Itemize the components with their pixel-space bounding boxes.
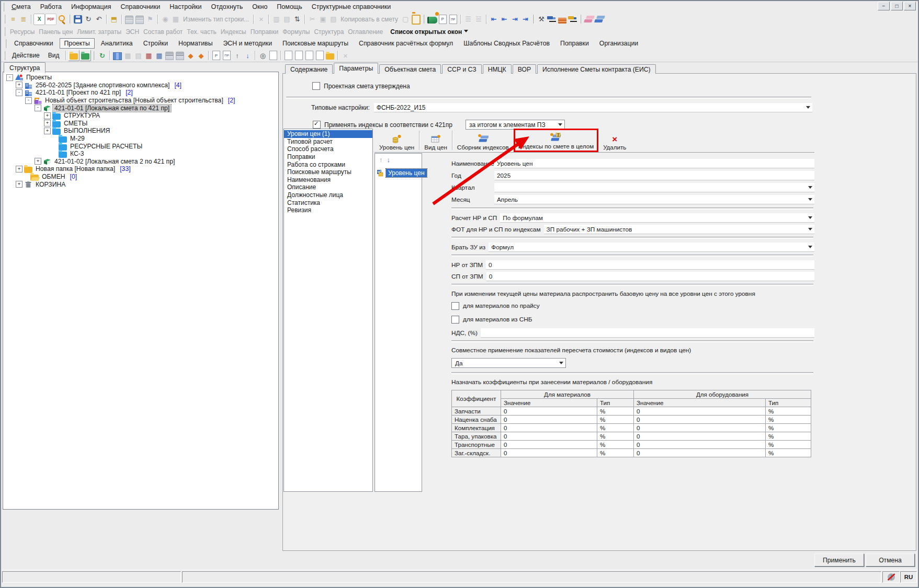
page-pr-icon[interactable]: ПР xyxy=(223,51,231,60)
toolbar-grip[interactable] xyxy=(4,15,6,24)
tab-poiskovye-marshruty[interactable]: Поисковые маршруты xyxy=(278,39,353,48)
folder-add-icon[interactable] xyxy=(326,53,334,60)
section-sposob-rascheta[interactable]: Способ расчета xyxy=(284,145,372,153)
chevron-down-icon[interactable] xyxy=(808,246,812,250)
undo-icon[interactable]: ↶ xyxy=(94,14,104,25)
add-price-level-button[interactable]: Уровень цен xyxy=(375,129,419,152)
type-cell[interactable]: % xyxy=(597,416,634,424)
flag-icon[interactable]: ⚑ xyxy=(145,14,155,25)
row-type-icon[interactable]: ☰ xyxy=(463,14,473,25)
object-copy-icon[interactable]: ▦ xyxy=(154,50,164,61)
index-collection-button[interactable]: Сборник индексов xyxy=(452,129,514,152)
type-cell[interactable]: % xyxy=(766,449,811,457)
tree-item-local-estimate-2[interactable]: + 421-01-02 [Локальная смета 2 по 421 пр… xyxy=(3,158,278,166)
value-cell[interactable]: 0 xyxy=(501,449,597,457)
section-urovni-cen[interactable]: Уровни цен (1) xyxy=(284,130,372,138)
panel-panel-cen[interactable]: Панель цен xyxy=(37,28,75,36)
tree-item-obmen[interactable]: ОБМЕН [0] xyxy=(3,173,278,181)
section-poiskovye-marshruty[interactable]: Поисковые маршруты xyxy=(284,168,372,176)
table-list-icon[interactable]: ▤ xyxy=(133,50,143,61)
value-cell[interactable]: 0 xyxy=(501,432,597,441)
value-cell[interactable]: 0 xyxy=(634,449,766,457)
value-cell[interactable]: 0 xyxy=(634,407,766,416)
expand-toggle-icon[interactable]: + xyxy=(16,181,22,188)
value-cell[interactable]: 0 xyxy=(634,432,766,441)
value-cell[interactable]: 0 xyxy=(501,407,597,416)
panel-formuly[interactable]: Формулы xyxy=(280,28,312,36)
chevron-down-icon[interactable] xyxy=(808,216,812,221)
structure-add-icon[interactable]: ≣ xyxy=(18,14,29,25)
refresh-tree-icon[interactable]: ↻ xyxy=(97,50,107,61)
resource-icon[interactable]: ▥ xyxy=(271,14,281,25)
move-up-icon[interactable]: ↑ xyxy=(232,50,242,61)
tab-popravki[interactable]: Поправки xyxy=(556,39,593,48)
month-combobox[interactable]: Апрель xyxy=(494,195,814,204)
report-form-2-icon[interactable] xyxy=(295,51,303,60)
tree-item-projects[interactable]: - Проекты xyxy=(3,74,278,82)
excel-export-icon[interactable] xyxy=(33,14,45,25)
indent-increase-all-icon[interactable]: ⇥ xyxy=(520,14,530,25)
paste-icon[interactable]: ▤ xyxy=(328,14,338,25)
tree-item-korzina[interactable]: + КОРЗИНА xyxy=(3,180,278,188)
panel-esn[interactable]: ЭСН xyxy=(123,28,141,36)
tab-normativy[interactable]: Нормативы xyxy=(174,39,217,48)
panel-resursy[interactable]: Ресурсы xyxy=(8,28,37,36)
estimate-settings-icon[interactable] xyxy=(427,17,437,24)
panel-popravki[interactable]: Поправки xyxy=(248,28,280,36)
archive-icon[interactable] xyxy=(165,52,174,60)
folder-new-icon[interactable] xyxy=(81,53,89,60)
delete-price-level-button[interactable]: × Удалить xyxy=(598,129,631,152)
tree-item-stroyka-256[interactable]: + 256-02-2025 [Здание спортивного компле… xyxy=(3,82,278,89)
language-indicator[interactable]: RU xyxy=(900,571,917,583)
pdf-export-icon[interactable] xyxy=(45,14,56,25)
expand-toggle-icon[interactable]: + xyxy=(35,158,41,165)
panel-limit-zatraty[interactable]: Лимит. затраты xyxy=(75,28,123,36)
maximize-button[interactable]: □ xyxy=(891,2,903,10)
approved-checkbox[interactable] xyxy=(312,82,320,90)
page-r-icon[interactable]: Р xyxy=(212,51,220,60)
lock-icon[interactable]: ⬒ xyxy=(109,14,119,25)
type-cell[interactable]: % xyxy=(597,432,634,441)
value-cell[interactable]: 0 xyxy=(634,416,766,424)
type-cell[interactable]: % xyxy=(597,449,634,457)
menu-informacia[interactable]: Информация xyxy=(66,3,116,10)
toolbar-grip[interactable] xyxy=(3,3,5,11)
tree-item-vypolnenia[interactable]: + ВЫПОЛНЕНИЯ xyxy=(3,127,278,135)
value-cell[interactable]: 0 xyxy=(634,424,766,432)
structure-panel-tab[interactable]: Структура xyxy=(4,62,46,73)
tree-item-smety[interactable]: + СМЕТЫ xyxy=(3,120,278,128)
value-cell[interactable]: 0 xyxy=(634,441,766,449)
cut-icon[interactable]: ✂ xyxy=(307,14,317,25)
move-up-icon[interactable]: ↑ xyxy=(379,156,383,164)
tree-item-resursnye-raschety[interactable]: РЕСУРСНЫЕ РАСЧЕТЫ xyxy=(3,142,278,150)
indent-decrease-all-icon[interactable]: ⇤ xyxy=(499,14,509,25)
tab-obektnaya-smeta[interactable]: Объектная смета xyxy=(379,64,441,74)
menu-strukturnye-spravochniki[interactable]: Структурные справочники xyxy=(307,3,396,10)
view-menu[interactable]: Вид xyxy=(44,52,64,59)
type-cell[interactable]: % xyxy=(597,407,634,416)
binoculars-icon[interactable]: ◎ xyxy=(257,50,268,61)
folder-up-icon[interactable] xyxy=(70,53,78,60)
chevron-down-icon[interactable] xyxy=(559,362,563,366)
price-level-item[interactable]: Уровень цен xyxy=(376,169,422,177)
expand-toggle-icon[interactable]: - xyxy=(35,105,41,111)
chevron-down-icon[interactable] xyxy=(808,186,812,191)
paste-special-icon[interactable] xyxy=(412,15,421,25)
save-icon[interactable] xyxy=(73,14,83,25)
section-tipovoy-raschet[interactable]: Типовой расчет xyxy=(284,138,372,146)
section-rabota-so-strokami[interactable]: Работа со строками xyxy=(284,160,372,168)
nr-sp-calc-combobox[interactable]: По формулам xyxy=(500,213,814,223)
machines-icon[interactable] xyxy=(547,15,557,24)
section-statistika[interactable]: Статистика xyxy=(284,199,372,206)
expand-toggle-icon[interactable]: - xyxy=(25,97,32,104)
section-naimenovania[interactable]: Наименования xyxy=(284,176,372,184)
expand-toggle-icon[interactable]: + xyxy=(16,82,22,88)
type-cell[interactable]: % xyxy=(766,407,811,416)
indexes-whole-estimate-button[interactable]: Σ Индексы по смете в целом xyxy=(514,129,598,152)
value-cell[interactable]: 0 xyxy=(501,416,597,424)
register-icon[interactable] xyxy=(125,16,133,24)
table-view-icon[interactable] xyxy=(113,52,122,60)
toolbar-grip[interactable] xyxy=(69,15,71,24)
tab-analitika[interactable]: Аналитика xyxy=(97,39,137,48)
minimize-button[interactable]: − xyxy=(878,2,890,10)
